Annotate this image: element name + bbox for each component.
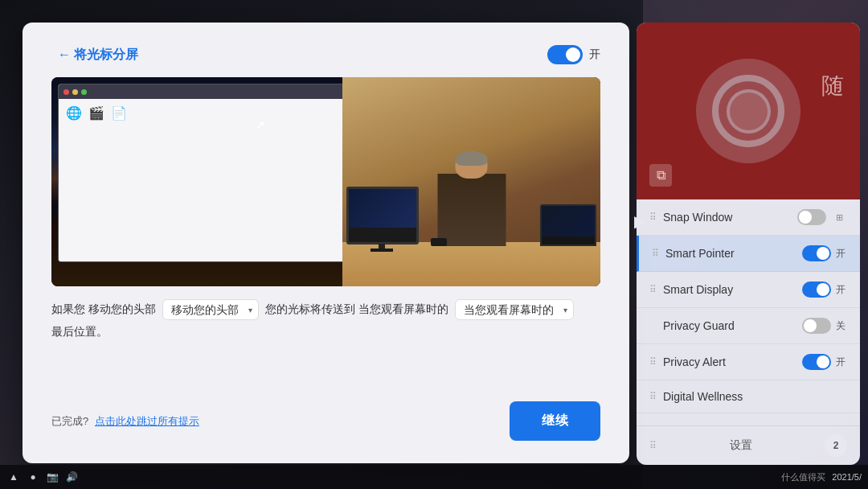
back-button[interactable]: ← 将光标分屏 (51, 47, 138, 64)
privacy-guard-controls: 关 (802, 318, 847, 334)
file-icon-2: 🎬 (88, 105, 105, 121)
cursor-icon: ↗ (255, 117, 265, 133)
select-wrap-1: 移动您的头部 (162, 299, 259, 320)
dialog-header: ← 将光标分屏 开 (51, 45, 600, 64)
person-hair (456, 151, 488, 166)
desc-row-2: 最后位置。 (51, 325, 600, 339)
skip-link-area: 已完成? 点击此处跳过所有提示 (51, 414, 199, 429)
privacy-alert-toggle[interactable] (802, 354, 831, 370)
panel-logo (696, 59, 800, 163)
file-icon-1: 🌐 (65, 105, 83, 121)
panel-item-smart-pointer[interactable]: ⠿ Smart Pointer 开 (637, 236, 860, 272)
privacy-guard-toggle[interactable] (802, 318, 831, 334)
desktop-window: 🌐 🎬 📄 (58, 84, 363, 262)
demo-image: 🌐 🎬 📄 ↗ (51, 77, 600, 286)
screen-position-select[interactable]: 当您观看屏幕时的 (455, 299, 574, 320)
win-min-dot (72, 89, 78, 95)
panel-list: ⠿ Snap Window ⊞ ⠿ Smart Pointer 开 ⠿ Smar… (637, 199, 860, 425)
laptop (540, 204, 596, 246)
snap-window-toggle[interactable] (797, 209, 826, 225)
panel-item-privacy-guard[interactable]: ⠿ Privacy Guard 关 (637, 308, 860, 344)
main-toggle-label: 开 (589, 47, 600, 62)
panel-item-snap-window[interactable]: ⠿ Snap Window ⊞ (637, 199, 860, 236)
right-panel: ⧉ 随 ⠿ Snap Window ⊞ ⠿ Smart Pointer 开 ⠿ … (637, 23, 860, 465)
logo-center (727, 89, 771, 134)
snap-grid-icon: ⊞ (831, 209, 847, 225)
photo-half (342, 77, 600, 286)
panel-item-smart-display[interactable]: ⠿ Smart Display 开 (637, 272, 860, 308)
desc-text-1: 如果您 移动您的头部 (51, 302, 156, 317)
header-toggle-row: 开 (547, 45, 600, 64)
monitor-base (371, 249, 393, 252)
desc-text-2: 您的光标将传送到 当您观看屏幕时的 (265, 302, 448, 317)
privacy-alert-toggle-label: 开 (836, 355, 847, 369)
logo-ring (712, 75, 784, 147)
taskbar-volume-icon[interactable]: 🔊 (64, 470, 79, 484)
privacy-guard-label: Privacy Guard (663, 319, 796, 332)
main-toggle[interactable] (547, 45, 583, 64)
drag-handle-digital-wellness: ⠿ (649, 392, 657, 401)
panel-item-digital-wellness[interactable]: ⠿ Digital Wellness (637, 380, 860, 413)
taskbar-camera-icon[interactable]: 📷 (45, 470, 59, 484)
desktop-half: 🌐 🎬 📄 ↗ (51, 77, 370, 286)
drag-handle-privacy-alert: ⠿ (649, 357, 657, 367)
smart-pointer-toggle-label: 开 (836, 247, 847, 261)
privacy-alert-controls: 开 (802, 354, 847, 370)
monitor (346, 187, 419, 244)
panel-top: ⧉ 随 (637, 23, 860, 199)
footer-drag-icon: ⠿ (649, 440, 657, 451)
skip-all-link[interactable]: 点击此处跳过所有提示 (95, 415, 199, 427)
snap-window-controls: ⊞ (797, 209, 847, 225)
smart-pointer-controls: 开 (802, 245, 847, 261)
panel-badge[interactable]: 2 (825, 434, 847, 457)
monitor-screen (349, 189, 416, 228)
win-close-dot (63, 89, 69, 95)
drag-handle-snap: ⠿ (649, 212, 657, 222)
win-max-dot (81, 89, 87, 95)
smart-pointer-label: Smart Pointer (665, 247, 796, 260)
drag-handle-smart-pointer: ⠿ (652, 249, 659, 258)
head-movement-select[interactable]: 移动您的头部 (162, 299, 259, 320)
footer-settings-link[interactable]: 设置 (657, 438, 825, 453)
continue-button[interactable]: 继续 (510, 401, 600, 441)
laptop-screen (542, 206, 595, 236)
connector-arrow (632, 209, 648, 233)
taskbar-time: 2021/5/ (832, 472, 862, 482)
phone (431, 238, 447, 246)
description-area: 如果您 移动您的头部 移动您的头部 您的光标将传送到 当您观看屏幕时的 当您观看… (51, 299, 600, 339)
file-icon-3: 📄 (110, 105, 128, 121)
desc-text-3: 最后位置。 (51, 325, 108, 339)
drag-handle-privacy-guard: ⠿ (649, 321, 657, 331)
select-wrap-2: 当您观看屏幕时的 (455, 299, 574, 320)
dialog-title: ← 将光标分屏 (58, 47, 138, 64)
panel-zh-text: 随 (821, 71, 844, 101)
person-body (437, 174, 506, 246)
snap-window-label: Snap Window (663, 211, 791, 224)
taskbar-left: ▲ ● 📷 🔊 (6, 470, 79, 484)
digital-wellness-label: Digital Wellness (663, 390, 841, 403)
smart-display-toggle-label: 开 (836, 283, 847, 297)
panel-item-privacy-alert[interactable]: ⠿ Privacy Alert 开 (637, 344, 860, 380)
drag-handle-smart-display: ⠿ (649, 285, 657, 294)
privacy-alert-label: Privacy Alert (663, 355, 796, 368)
smart-pointer-toggle[interactable] (802, 245, 831, 261)
privacy-guard-toggle-label: 关 (836, 319, 847, 333)
smart-display-label: Smart Display (663, 283, 796, 296)
taskbar-right: 什么值得买 2021/5/ (781, 471, 862, 483)
window-titlebar (59, 84, 362, 99)
smart-display-toggle[interactable] (802, 281, 831, 298)
desc-row-1: 如果您 移动您的头部 移动您的头部 您的光标将传送到 当您观看屏幕时的 当您观看… (51, 299, 600, 320)
taskbar-chevron-icon[interactable]: ▲ (6, 470, 21, 484)
dialog-footer: 已完成? 点击此处跳过所有提示 继续 (51, 401, 600, 441)
footer-text-done: 已完成? (51, 415, 88, 427)
taskbar: ▲ ● 📷 🔊 什么值得买 2021/5/ (0, 465, 868, 489)
window-content: 🌐 🎬 📄 (59, 99, 362, 261)
taskbar-record-icon[interactable]: ● (26, 470, 40, 484)
file-icons-row: 🌐 🎬 📄 (62, 102, 359, 124)
panel-footer: ⠿ 设置 2 (637, 425, 860, 465)
main-dialog: ← 将光标分屏 开 🌐 🎬 (23, 23, 629, 463)
panel-copy-icon: ⧉ (649, 164, 672, 187)
taskbar-watermark: 什么值得买 (781, 471, 825, 483)
smart-display-controls: 开 (802, 281, 847, 298)
